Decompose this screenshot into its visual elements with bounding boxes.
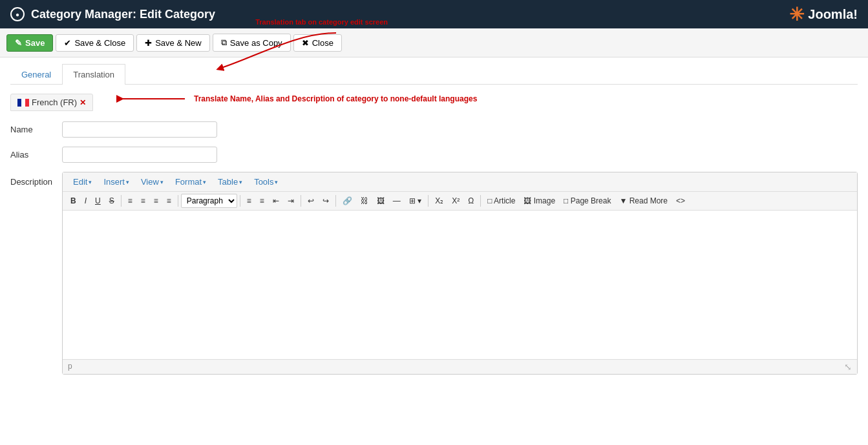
insert-link-button[interactable]: 🔗 [339, 194, 356, 208]
save-new-button[interactable]: ✚ Save & New [136, 34, 210, 52]
header-title-group: ● Category Manager: Edit Category [10, 7, 215, 21]
resize-handle[interactable]: ⤡ [844, 362, 852, 372]
name-label: Name [10, 125, 62, 134]
editor-menu-insert[interactable]: Insert ▾ [98, 175, 134, 189]
tab-translation[interactable]: Translation [62, 64, 125, 85]
redo-button[interactable]: ↪ [319, 194, 333, 208]
save-close-label: Save & Close [74, 38, 125, 48]
toolbar-separator-4 [301, 195, 301, 207]
special-chars-button[interactable]: Ω [464, 194, 478, 208]
save-label: Save [25, 38, 45, 48]
image-insert-button[interactable]: 🖼 Image [520, 194, 559, 208]
save-new-label: Save & New [155, 38, 202, 48]
svg-rect-0 [17, 99, 21, 107]
edit-menu-label: Edit [73, 177, 87, 187]
save-copy-label: Save as Copy [230, 38, 282, 48]
close-button[interactable]: ✖ Close [293, 34, 342, 52]
lang-tab-close-icon[interactable]: ✕ [79, 98, 86, 107]
joomla-star-icon: ✳ [789, 4, 804, 25]
insert-menu-label: Insert [103, 177, 125, 187]
strikethrough-button[interactable]: S [105, 194, 118, 208]
remove-link-button[interactable]: ⛓ [357, 194, 372, 208]
app-icon: ● [10, 7, 25, 21]
align-left-button[interactable]: ≡ [124, 194, 136, 208]
alias-field-row: Alias [10, 147, 858, 163]
editor-menu-edit[interactable]: Edit ▾ [68, 175, 97, 189]
table-menu-label: Table [218, 177, 238, 187]
horizontal-rule-button[interactable]: — [389, 194, 405, 208]
editor-path: p [68, 362, 72, 372]
ordered-list-button[interactable]: ≡ [256, 194, 268, 208]
insert-table-button[interactable]: ⊞ ▾ [405, 194, 425, 208]
toolbar-separator-7 [480, 195, 481, 207]
editor-body[interactable] [63, 211, 857, 359]
french-flag-icon [17, 99, 29, 107]
pagebreak-button[interactable]: □ Page Break [560, 194, 615, 208]
pagebreak-icon: □ [564, 196, 568, 205]
view-menu-label: View [141, 177, 159, 187]
description-label: Description [10, 172, 62, 187]
insert-image-button[interactable]: 🖼 [373, 194, 388, 208]
article-button[interactable]: □ Article [483, 194, 519, 208]
french-lang-tab[interactable]: French (FR) ✕ [10, 94, 93, 111]
toolbar: ✎ Save ✔ Save & Close ✚ Save & New ⧉ Sav… [0, 28, 868, 57]
alias-label: Alias [10, 150, 62, 160]
alias-input[interactable] [62, 147, 217, 163]
toolbar-separator-1 [121, 195, 122, 207]
save-copy-button[interactable]: ⧉ Save as Copy [213, 34, 291, 52]
italic-button[interactable]: I [81, 194, 90, 208]
editor-menu-table[interactable]: Table ▾ [213, 175, 248, 189]
editor-menu-view[interactable]: View ▾ [136, 175, 169, 189]
close-icon: ✖ [302, 38, 309, 48]
name-input[interactable] [62, 121, 217, 138]
readmore-button[interactable]: ▼ Read More [615, 194, 672, 208]
undo-button[interactable]: ↩ [304, 194, 318, 208]
editor-menu-format[interactable]: Format ▾ [170, 175, 211, 189]
editor-wrapper: Edit ▾ Insert ▾ View ▾ Format ▾ Table [62, 172, 858, 375]
save-icon: ✎ [15, 38, 22, 48]
save-button[interactable]: ✎ Save [6, 34, 53, 52]
tab-general[interactable]: General [10, 64, 62, 85]
lang-annotation-group: Translate Name, Alias and Description of… [114, 92, 477, 105]
tools-menu-label: Tools [254, 177, 273, 187]
editor-menubar: Edit ▾ Insert ▾ View ▾ Format ▾ Table [63, 172, 857, 192]
align-justify-button[interactable]: ≡ [163, 194, 175, 208]
outdent-button[interactable]: ⇤ [269, 194, 283, 208]
image-insert-label: Image [534, 196, 555, 205]
image-insert-icon: 🖼 [524, 196, 531, 205]
align-center-button[interactable]: ≡ [137, 194, 149, 208]
readmore-icon: ▼ [619, 196, 627, 205]
main-content: General Translation French (FR) ✕ [0, 57, 868, 445]
app-header: ● Category Manager: Edit Category ✳ Joom… [0, 0, 868, 28]
view-caret: ▾ [160, 179, 164, 185]
indent-button[interactable]: ⇥ [284, 194, 298, 208]
align-right-button[interactable]: ≡ [150, 194, 162, 208]
source-label: <> [676, 196, 685, 205]
save-close-button[interactable]: ✔ Save & Close [56, 34, 134, 52]
bold-button[interactable]: B [67, 194, 80, 208]
subscript-button[interactable]: X₂ [431, 194, 447, 208]
page-title: Category Manager: Edit Category [31, 8, 215, 21]
editor-menu-tools[interactable]: Tools ▾ [249, 175, 283, 189]
copy-icon: ⧉ [221, 37, 227, 48]
editor-toolbar: B I U S ≡ ≡ ≡ ≡ Paragraph Heading 1 Head… [63, 192, 857, 211]
underline-button[interactable]: U [91, 194, 105, 208]
joomla-text: Joomla! [808, 7, 858, 22]
pagebreak-label: Page Break [571, 196, 611, 205]
unordered-list-button[interactable]: ≡ [243, 194, 255, 208]
table-caret: ▾ [239, 179, 242, 185]
toolbar-separator-3 [240, 195, 240, 207]
article-icon: □ [487, 196, 492, 205]
french-tab-label: French (FR) [32, 98, 77, 107]
lang-arrow-svg [114, 92, 191, 105]
format-menu-label: Format [175, 177, 202, 187]
superscript-button[interactable]: X² [448, 194, 463, 208]
paragraph-select[interactable]: Paragraph Heading 1 Heading 2 [181, 194, 237, 208]
insert-caret: ▾ [126, 179, 129, 185]
toolbar-separator-2 [178, 195, 178, 207]
toolbar-separator-6 [428, 195, 429, 207]
edit-caret: ▾ [89, 179, 92, 185]
readmore-label: Read More [630, 196, 668, 205]
source-button[interactable]: <> [672, 194, 689, 208]
toolbar-annotation: Translation tab on category edit screen [336, 30, 388, 49]
